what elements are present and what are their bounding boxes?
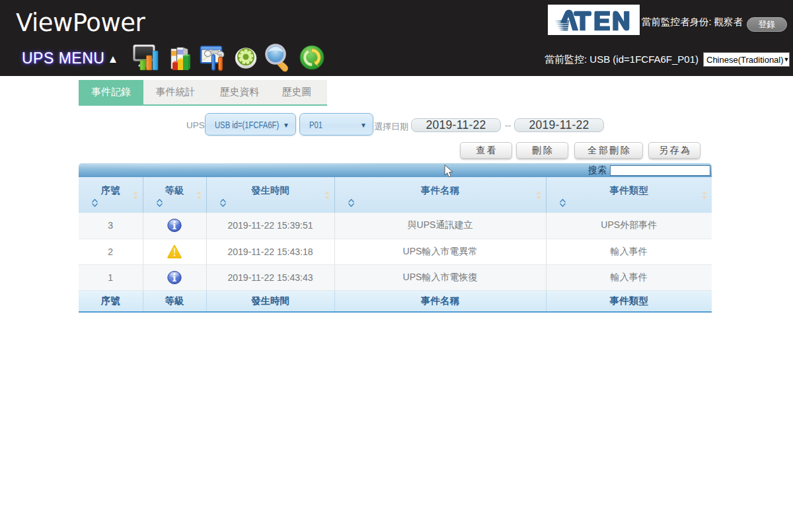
date-to-input[interactable] <box>514 118 604 132</box>
save-as-button[interactable]: 另存為 <box>648 142 700 159</box>
select-arrow-icon: ▼ <box>360 122 367 129</box>
cell-event: UPS輸入市電異常 <box>334 239 546 264</box>
table-row[interactable]: 1 2019-11-22 15:43:43 UPS輸入 <box>79 264 712 290</box>
sort-chevrons-icon <box>92 199 98 207</box>
mouse-cursor <box>444 165 457 179</box>
monitor-chart-icon[interactable] <box>132 44 159 71</box>
cell-type: 輸入事件 <box>546 264 712 290</box>
cell-seq: 3 <box>79 213 143 239</box>
search-input[interactable] <box>610 165 710 176</box>
gear-icon[interactable] <box>234 46 258 69</box>
cell-seq: 2 <box>79 239 143 264</box>
info-icon <box>167 218 182 233</box>
sort-arrows-icon <box>536 191 541 200</box>
language-select[interactable]: Chinese(Traditional) ▼ <box>703 52 790 67</box>
cell-event: 與UPS通訊建立 <box>334 213 546 239</box>
ups-select[interactable]: USB id=(1FCFA6F)▼ <box>205 113 296 135</box>
ups-label: UPS <box>186 120 205 130</box>
select-arrow-icon: ▼ <box>784 56 790 63</box>
col-header-time[interactable]: 發生時間 <box>206 177 334 213</box>
app-title: ViewPower <box>16 9 145 37</box>
window-tools-icon[interactable] <box>200 44 226 71</box>
cell-time: 2019-11-22 15:43:18 <box>206 239 334 264</box>
books-chart-icon[interactable] <box>169 44 192 71</box>
info-icon <box>167 270 182 285</box>
aten-logo <box>548 5 640 35</box>
table-toolbar: 搜索 <box>79 163 712 177</box>
date-from-input[interactable] <box>411 118 501 132</box>
header-right-bottom: 當前監控: USB (id=1FCFA6F_P01) Chinese(Tradi… <box>545 52 790 67</box>
sort-arrows-icon <box>196 191 202 200</box>
sort-chevrons-icon <box>220 199 226 207</box>
menu-collapse-icon: ▲ <box>107 53 118 65</box>
date-separator: -- <box>505 120 511 131</box>
footer-time: 發生時間 <box>206 290 334 312</box>
cell-level <box>143 264 206 290</box>
cell-time: 2019-11-22 15:43:43 <box>206 264 334 290</box>
view-button[interactable]: 查看 <box>460 142 512 159</box>
table-footer-row: 序號 等級 發生時間 事件名稱 事件類型 <box>79 290 712 312</box>
sort-chevrons-icon <box>157 199 163 207</box>
table-header-row: 序號 等級 發生時間 事件名稱 <box>79 177 712 213</box>
viewer-identity-label: 當前監控者身份: 觀察者 <box>642 16 743 28</box>
date-label: 選擇日期 <box>374 121 408 133</box>
footer-type: 事件類型 <box>546 290 712 312</box>
app-header: ViewPower UPS MENU▲ <box>0 0 793 76</box>
magnifier-icon[interactable] <box>265 44 293 73</box>
event-table-region: 搜索 序號 等級 發生時間 <box>79 163 712 313</box>
tab-history-chart[interactable]: 歷史圖 <box>272 80 322 104</box>
current-monitor-label: 當前監控: USB (id=1FCFA6F_P01) <box>545 54 699 66</box>
col-header-seq[interactable]: 序號 <box>79 177 143 213</box>
warning-icon <box>167 245 182 259</box>
cell-seq: 1 <box>79 264 143 290</box>
cell-event: UPS輸入市電恢復 <box>334 264 546 290</box>
cell-type: 輸入事件 <box>546 239 712 264</box>
footer-seq: 序號 <box>79 290 143 312</box>
sort-chevrons-icon <box>348 199 354 207</box>
ups-menu-button[interactable]: UPS MENU▲ <box>22 50 119 67</box>
footer-event: 事件名稱 <box>334 290 546 312</box>
segment-select[interactable]: P01▼ <box>299 113 373 135</box>
col-header-type[interactable]: 事件類型 <box>546 177 712 213</box>
delete-all-button[interactable]: 全部刪除 <box>574 142 643 159</box>
tab-history-data[interactable]: 歷史資料 <box>208 80 272 104</box>
tab-event-log[interactable]: 事件記錄 <box>79 80 143 104</box>
col-header-event[interactable]: 事件名稱 <box>334 177 546 213</box>
select-arrow-icon: ▼ <box>283 122 289 129</box>
delete-button[interactable]: 刪除 <box>516 142 568 159</box>
login-button[interactable]: 登錄 <box>747 17 787 32</box>
sort-chevrons-icon <box>560 199 566 207</box>
sort-arrows-icon <box>702 191 707 200</box>
table-row[interactable]: 2 2019-11-22 15:43:18 UPS輸入市電異常 輸入事件 <box>79 239 712 264</box>
col-header-level[interactable]: 等級 <box>143 177 206 213</box>
cell-level <box>143 213 206 239</box>
refresh-icon[interactable] <box>299 45 324 70</box>
footer-level: 等級 <box>143 290 206 312</box>
sort-arrows-icon <box>324 191 330 200</box>
sort-arrows-icon <box>133 191 138 200</box>
event-table: 序號 等級 發生時間 事件名稱 <box>79 177 712 313</box>
cell-time: 2019-11-22 15:39:51 <box>206 213 334 239</box>
cell-type: UPS外部事件 <box>546 213 712 239</box>
tab-event-stats[interactable]: 事件統計 <box>143 80 208 104</box>
search-label: 搜索 <box>588 165 607 176</box>
table-row[interactable]: 3 2019-11-22 15:39:51 與UPS通 <box>79 213 712 239</box>
cell-level <box>143 239 206 264</box>
tab-bar: 事件記錄 事件統計 歷史資料 歷史圖 <box>79 80 327 106</box>
